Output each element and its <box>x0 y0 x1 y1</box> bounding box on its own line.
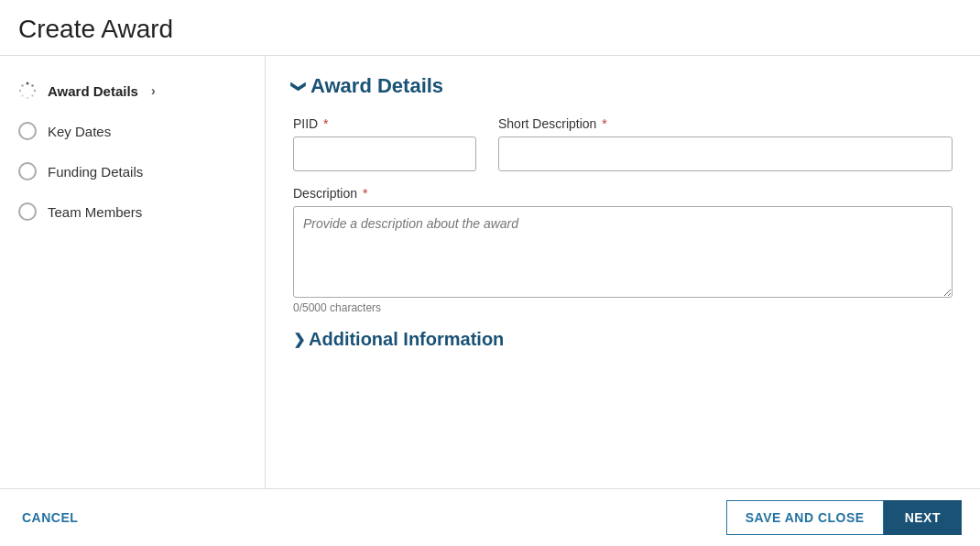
sidebar-chevron-icon: › <box>151 83 156 98</box>
piid-group: PIID * <box>293 116 476 171</box>
svg-point-5 <box>21 94 23 96</box>
short-desc-required-star: * <box>598 116 606 131</box>
sidebar-label-funding-details: Funding Details <box>48 164 143 180</box>
footer-right-buttons: SAVE AND CLOSE NEXT <box>726 500 962 535</box>
cancel-button[interactable]: CANCEL <box>18 503 82 532</box>
spinner-icon <box>18 82 37 100</box>
sidebar-item-award-details[interactable]: Award Details › <box>0 71 265 111</box>
circle-icon-funding-details <box>18 162 37 180</box>
svg-point-4 <box>27 97 28 99</box>
save-and-close-button[interactable]: SAVE AND CLOSE <box>726 500 884 535</box>
piid-input[interactable] <box>293 136 476 171</box>
svg-point-3 <box>31 94 33 96</box>
footer: CANCEL SAVE AND CLOSE NEXT <box>0 488 980 546</box>
svg-point-0 <box>27 82 29 85</box>
sidebar-item-key-dates[interactable]: Key Dates <box>0 111 265 151</box>
svg-point-1 <box>31 84 34 87</box>
sidebar-item-funding-details[interactable]: Funding Details <box>0 151 265 191</box>
short-description-label: Short Description * <box>498 116 953 131</box>
svg-point-6 <box>19 90 21 92</box>
piid-short-desc-row: PIID * Short Description * <box>293 116 953 171</box>
award-details-section-title: ❯ Award Details <box>293 74 953 98</box>
sidebar-item-team-members[interactable]: Team Members <box>0 191 265 232</box>
circle-icon-team-members <box>18 202 37 221</box>
svg-point-7 <box>21 84 24 87</box>
next-button[interactable]: NEXT <box>884 500 962 535</box>
additional-information-section[interactable]: ❯ Additional Information <box>293 329 953 350</box>
sidebar: Award Details › Key Dates Funding Detail… <box>0 56 266 488</box>
sidebar-label-key-dates: Key Dates <box>48 124 111 139</box>
piid-required-star: * <box>320 116 328 131</box>
chevron-right-blue-icon: ❯ <box>293 331 305 348</box>
svg-point-2 <box>34 90 36 92</box>
short-description-input[interactable] <box>498 136 953 171</box>
char-count: 0/5000 characters <box>293 301 953 314</box>
sidebar-label-team-members: Team Members <box>48 204 142 220</box>
description-label: Description * <box>293 186 953 201</box>
desc-required-star: * <box>359 186 367 201</box>
chevron-down-icon: ❯ <box>290 81 308 93</box>
page-header: Create Award <box>0 0 980 56</box>
main-content: Award Details › Key Dates Funding Detail… <box>0 56 980 488</box>
form-area: ❯ Award Details PIID * Short Description… <box>266 56 980 488</box>
description-textarea[interactable] <box>293 206 953 298</box>
description-row: Description * 0/5000 characters <box>293 186 953 314</box>
sidebar-label-award-details: Award Details <box>48 83 138 99</box>
circle-icon-key-dates <box>18 122 37 140</box>
piid-label: PIID * <box>293 116 476 131</box>
description-group: Description * 0/5000 characters <box>293 186 953 314</box>
page-title: Create Award <box>18 15 962 44</box>
short-description-group: Short Description * <box>498 116 953 171</box>
